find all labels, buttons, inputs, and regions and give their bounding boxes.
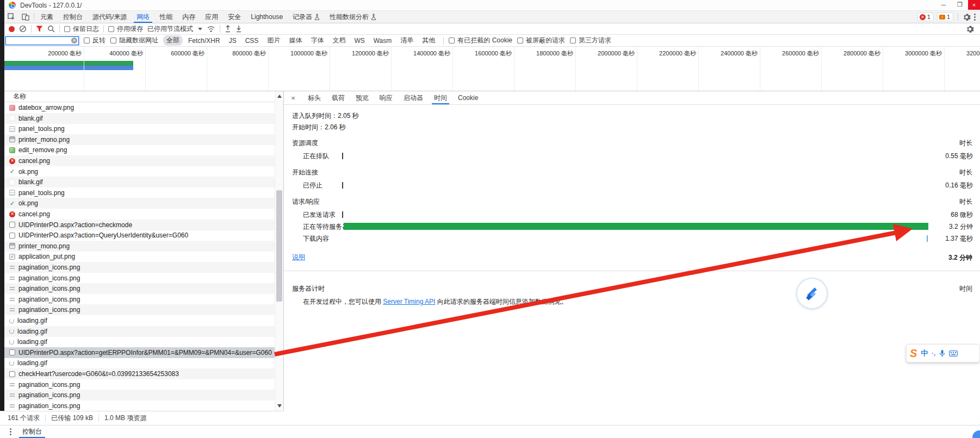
request-row[interactable]: pagination_icons.png [4, 304, 275, 315]
invert-checkbox[interactable]: 反转 [84, 36, 106, 45]
minimize-button[interactable]: ─ [935, 0, 952, 10]
requests-scrollbar[interactable] [275, 91, 283, 411]
filter-chip-CSS[interactable]: CSS [242, 36, 262, 45]
clear-network-log-icon[interactable] [19, 25, 27, 33]
filter-chip-其他[interactable]: 其他 [419, 35, 438, 46]
request-row[interactable]: edit_remove.png [4, 145, 275, 155]
detail-tab-启动器[interactable]: 启动器 [398, 91, 429, 104]
ime-language-toggle[interactable]: 中 [921, 348, 928, 358]
scrollbar-thumb[interactable] [276, 190, 282, 302]
request-row[interactable]: ✓ok.png [4, 166, 275, 177]
network-settings-gear-icon[interactable] [966, 25, 974, 33]
tab-性能数据分析[interactable]: 性能数据分析 [325, 11, 381, 23]
request-row[interactable]: pagination_icons.png [4, 273, 275, 284]
tab-安全[interactable]: 安全 [223, 11, 246, 23]
preserve-log-checkbox[interactable]: 保留日志 [64, 24, 99, 34]
filter-chip-Fetch/XHR[interactable]: Fetch/XHR [185, 36, 224, 45]
export-har-icon[interactable] [235, 25, 242, 33]
request-row[interactable]: panel_tools.png [4, 123, 275, 134]
filter-chip-全部[interactable]: 全部 [163, 35, 183, 46]
request-row[interactable]: datebox_arrow.png [4, 102, 275, 113]
request-row[interactable]: loading.gif [4, 315, 275, 326]
record-network-log-icon[interactable] [9, 26, 15, 32]
tab-性能[interactable]: 性能 [154, 11, 177, 23]
tab-控制台[interactable]: 控制台 [58, 11, 88, 23]
detail-tab-载荷[interactable]: 载荷 [326, 91, 350, 104]
request-row[interactable]: printer_mono.png [4, 241, 275, 252]
filter-chip-文档[interactable]: 文档 [329, 35, 349, 46]
request-row[interactable]: ✕cancel.png [4, 155, 275, 166]
tab-源代码/来源[interactable]: 源代码/来源 [88, 11, 132, 23]
import-har-icon[interactable] [225, 25, 231, 33]
tab-内存[interactable]: 内存 [177, 11, 200, 23]
request-row[interactable]: pagination_icons.png [4, 283, 275, 294]
request-row[interactable]: panel_tools.png [4, 187, 275, 198]
inspect-element-icon[interactable] [4, 11, 18, 23]
tab-元素[interactable]: 元素 [35, 11, 58, 23]
keyboard-icon[interactable] [949, 351, 958, 356]
filter-chip-清单[interactable]: 清单 [397, 35, 417, 46]
tab-Lighthouse[interactable]: Lighthouse [246, 11, 288, 23]
restore-button[interactable]: ❐ [952, 0, 968, 10]
throttling-select[interactable]: 已停用节流模式 [147, 24, 202, 34]
filter-chip-字体[interactable]: 字体 [307, 35, 327, 46]
device-toolbar-icon[interactable] [18, 11, 33, 23]
floating-app-logo[interactable] [796, 278, 828, 309]
filter-search-box[interactable]: ✕ [5, 36, 79, 45]
request-row[interactable]: checkHeart?usercode=G060&t=0.03992133654… [4, 368, 275, 379]
request-row[interactable]: pagination_icons.png [4, 401, 275, 411]
warnings-badge[interactable]: ! 1 [937, 12, 953, 21]
tab-记录器[interactable]: 记录器 [288, 11, 325, 23]
disable-cache-checkbox[interactable]: 停用缓存 [108, 24, 143, 34]
drawer-kebab-icon[interactable] [10, 428, 11, 435]
request-row[interactable]: pagination_icons.png [4, 390, 275, 401]
clear-search-icon[interactable]: ✕ [71, 37, 77, 43]
tab-应用[interactable]: 应用 [200, 11, 223, 23]
detail-tab-标头[interactable]: 标头 [302, 91, 326, 104]
scroll-up-icon[interactable] [277, 95, 282, 98]
detail-tab-响应[interactable]: 响应 [374, 91, 398, 104]
errors-badge[interactable]: ✕ 1 [917, 12, 934, 21]
filter-search-input[interactable] [6, 37, 71, 44]
detail-tab-Cookie[interactable]: Cookie [452, 91, 483, 104]
request-row[interactable]: loading.gif [4, 358, 275, 368]
detail-tab-预览[interactable]: 预览 [350, 91, 374, 104]
filter-chip-图片[interactable]: 图片 [264, 35, 283, 46]
console-drawer-tab[interactable]: 控制台 [19, 426, 45, 438]
filter-checkbox-第三方请求[interactable]: 第三方请求 [570, 36, 611, 45]
request-row[interactable]: pagination_icons.png [4, 294, 275, 305]
microphone-icon[interactable] [939, 349, 945, 358]
close-detail-icon[interactable]: × [284, 91, 302, 104]
scroll-down-icon[interactable] [277, 404, 282, 408]
search-icon[interactable] [47, 25, 55, 33]
request-row[interactable]: blank.gif [4, 177, 275, 187]
request-row[interactable]: ✓ok.png [4, 198, 275, 209]
settings-gear-icon[interactable] [963, 13, 971, 21]
network-overview-ruler[interactable]: 200000 毫秒400000 毫秒600000 毫秒800000 毫秒1000… [4, 47, 980, 91]
tab-网络[interactable]: 网络 [132, 11, 154, 23]
request-row[interactable]: UIDPrinterPO.aspx?action=getERPPOInfor&P… [4, 347, 275, 358]
explanation-link[interactable]: 说明 [292, 253, 305, 261]
requests-column-header[interactable]: 名称 [4, 91, 275, 102]
request-row[interactable]: printer_mono.png [4, 134, 275, 145]
request-row[interactable]: loading.gif [4, 326, 275, 337]
filter-funnel-icon[interactable] [36, 26, 43, 32]
filter-checkbox-有已拦截的 Cookie[interactable]: 有已拦截的 Cookie [449, 36, 512, 45]
filter-chip-WS[interactable]: WS [351, 36, 368, 45]
request-row[interactable]: UIDPrinterPO.aspx?action=checkmode [4, 220, 275, 230]
request-row[interactable]: UIDPrinterPO.aspx?action=QueryUserIdenti… [4, 230, 275, 241]
more-options-kebab-icon[interactable] [974, 14, 976, 21]
server-timing-api-link[interactable]: Server Timing API [383, 298, 435, 305]
hide-data-urls-checkbox[interactable]: 隐藏数据网址 [110, 36, 158, 45]
request-row[interactable]: pagination_icons.png [4, 262, 275, 273]
request-row[interactable]: pagination_icons.png [4, 379, 275, 390]
request-row[interactable]: loading.gif [4, 336, 275, 347]
ime-punctuation-toggle[interactable]: ·, [932, 350, 935, 356]
filter-chip-媒体[interactable]: 媒体 [286, 35, 305, 46]
filter-chip-JS[interactable]: JS [226, 36, 240, 45]
network-conditions-icon[interactable] [207, 26, 215, 33]
request-row[interactable]: blank.gif [4, 113, 275, 124]
filter-chip-Wasm[interactable]: Wasm [370, 36, 395, 45]
sogou-logo-icon[interactable]: S [910, 347, 917, 360]
request-row[interactable]: ✓application_put.png [4, 251, 275, 262]
